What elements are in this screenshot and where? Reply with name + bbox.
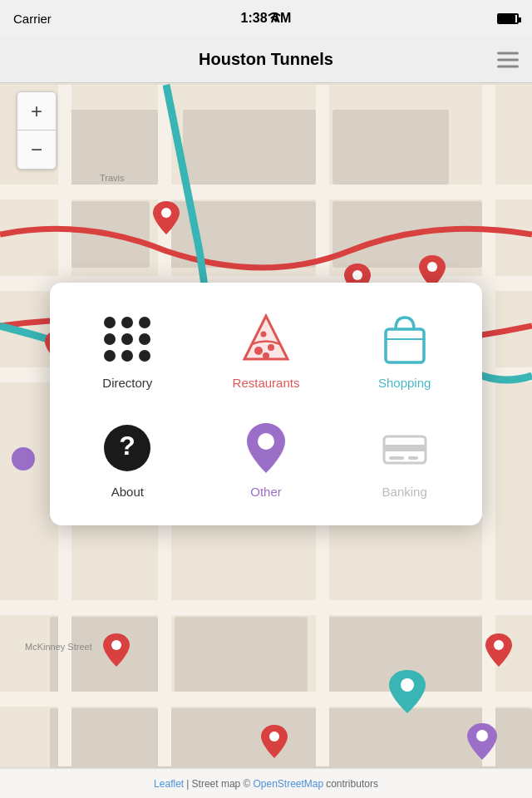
menu-item-directory[interactable]: Directory [58,299,197,400]
svg-rect-46 [384,445,426,451]
about-icon: ? [97,418,157,478]
menu-grid: Directory Restaurants [58,299,474,509]
status-icons [497,13,519,24]
other-icon [236,418,296,478]
zoom-out-button[interactable]: − [17,131,56,169]
svg-rect-11 [50,708,532,768]
svg-point-39 [260,332,266,337]
contributors-text: contributors [326,778,378,790]
shopping-icon [375,309,435,369]
svg-rect-16 [0,692,532,707]
menu-popup: Directory Restaurants [50,283,482,525]
carrier-label: Carrier [13,12,52,26]
menu-item-about[interactable]: ? About [58,408,197,509]
footer: Leaflet | Street map © OpenStreetMap con… [0,768,532,798]
svg-rect-9 [175,617,308,700]
svg-point-34 [476,730,488,741]
footer-text: | Street map © [186,778,250,790]
restaurants-label: Restaurants [233,376,300,390]
svg-text:McKinney Street: McKinney Street [25,642,92,652]
svg-point-26 [427,262,437,272]
svg-point-32 [269,732,279,741]
status-bar: Carrier 1:38 AM [0,0,532,37]
status-time: 1:38 AM [241,11,292,26]
shopping-label: Shopping [378,376,431,390]
menu-item-restaurants[interactable]: Restaurants [197,299,336,400]
svg-text:?: ? [120,431,136,461]
nav-bar: Houston Tunnels [0,37,532,83]
page-title: Houston Tunnels [199,50,333,69]
svg-text:Travis: Travis [100,173,125,183]
svg-point-33 [401,678,414,692]
leaflet-link[interactable]: Leaflet [154,778,184,790]
svg-rect-4 [332,110,449,185]
svg-point-31 [494,640,504,650]
svg-rect-12 [0,185,532,200]
banking-icon [375,418,435,478]
svg-rect-3 [183,110,316,185]
menu-item-shopping[interactable]: Shopping [335,299,474,400]
svg-point-35 [12,447,35,470]
svg-point-25 [352,270,362,280]
svg-rect-40 [386,329,424,362]
about-label: About [111,485,144,499]
svg-point-29 [161,208,171,218]
svg-point-38 [263,352,269,359]
restaurants-icon [236,309,296,369]
hamburger-line [497,65,519,67]
svg-point-36 [254,347,263,355]
directory-label: Directory [102,376,152,390]
hamburger-line [497,58,519,61]
svg-point-37 [268,344,274,351]
osm-link[interactable]: OpenStreetMap [253,778,323,790]
battery-icon [497,13,519,24]
svg-point-44 [258,433,274,450]
menu-item-other[interactable]: Other [197,408,336,509]
banking-label: Banking [382,485,427,499]
other-label: Other [250,485,282,499]
svg-rect-47 [389,456,404,460]
svg-point-30 [111,640,121,650]
zoom-controls: + − [17,91,57,170]
menu-button[interactable] [497,52,519,67]
svg-rect-15 [0,600,532,615]
hamburger-line [497,52,519,54]
svg-rect-48 [408,456,418,460]
directory-icon [97,309,157,369]
svg-rect-20 [482,85,495,766]
zoom-in-button[interactable]: + [17,92,56,131]
menu-item-banking[interactable]: Banking [335,408,474,509]
